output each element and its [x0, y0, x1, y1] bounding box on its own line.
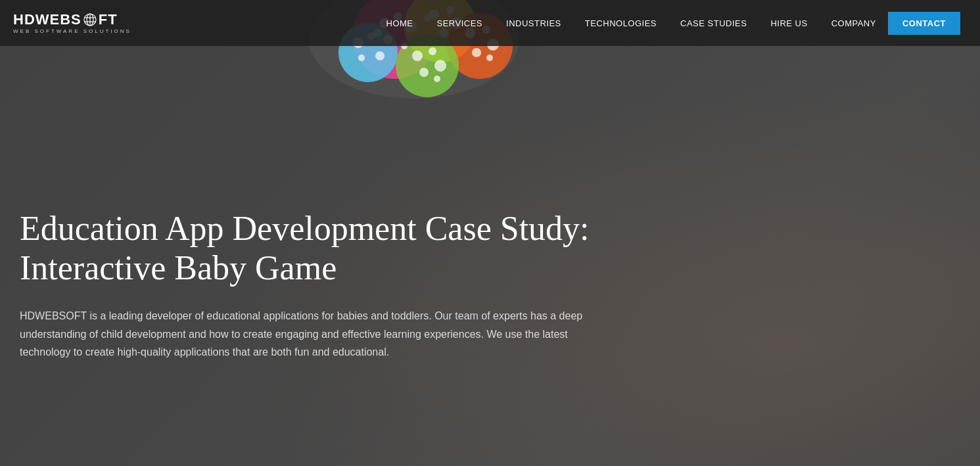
- hero-description: HDWEBSOFT is a leading developer of educ…: [20, 307, 611, 361]
- svg-point-21: [486, 55, 493, 61]
- nav-link-company[interactable]: COMPANY: [820, 18, 888, 28]
- logo-text: HDWEBS FT WEB SOFTWARE SOLUTIONS: [13, 12, 131, 34]
- svg-point-28: [434, 60, 446, 72]
- svg-point-26: [412, 51, 423, 61]
- nav-item-case-studies[interactable]: CASE STUDIES: [668, 17, 758, 29]
- svg-point-20: [472, 48, 481, 57]
- nav-item-services[interactable]: SERVICES: [425, 17, 495, 29]
- nav-item-contact[interactable]: CONTACT: [888, 17, 960, 29]
- svg-point-29: [419, 68, 429, 77]
- logo-main: HDWEBS FT: [13, 12, 131, 27]
- nav-item-hire-us[interactable]: HIRE US: [758, 17, 819, 29]
- nav-link-contact[interactable]: CONTACT: [888, 12, 960, 35]
- nav-link-case-studies[interactable]: CASE STUDIES: [668, 18, 758, 28]
- nav-item-industries[interactable]: INDUSTRIES: [494, 17, 573, 29]
- nav-link-services[interactable]: SERVICES: [425, 18, 495, 28]
- nav-link-technologies[interactable]: TECHNOLOGIES: [573, 18, 668, 28]
- nav-link-hire-us[interactable]: HIRE US: [758, 18, 819, 28]
- logo-name-part1: HDWEBS: [13, 12, 82, 27]
- nav-link-home[interactable]: HOME: [375, 18, 425, 28]
- logo-globe: [83, 12, 97, 27]
- hero-title: Education App Development Case Study: In…: [20, 209, 611, 288]
- svg-point-27: [429, 47, 436, 55]
- nav-item-company[interactable]: COMPANY: [820, 17, 888, 29]
- logo-subtitle: WEB SOFTWARE SOLUTIONS: [13, 28, 131, 34]
- svg-point-25: [358, 55, 365, 61]
- nav-item-technologies[interactable]: TECHNOLOGIES: [573, 17, 668, 29]
- svg-point-24: [375, 51, 385, 60]
- svg-point-30: [434, 76, 440, 82]
- nav-links: HOME SERVICES INDUSTRIES TECHNOLOGIES CA…: [375, 17, 961, 29]
- navbar: HDWEBS FT WEB SOFTWARE SOLUTIONS: [0, 0, 980, 46]
- logo-name-part2: FT: [99, 12, 118, 27]
- hero-content: Education App Development Case Study: In…: [20, 209, 611, 361]
- nav-item-home[interactable]: HOME: [375, 17, 425, 29]
- nav-link-industries[interactable]: INDUSTRIES: [494, 18, 573, 28]
- logo[interactable]: HDWEBS FT WEB SOFTWARE SOLUTIONS: [13, 12, 131, 34]
- hero-section: HDWEBS FT WEB SOFTWARE SOLUTIONS: [0, 0, 980, 466]
